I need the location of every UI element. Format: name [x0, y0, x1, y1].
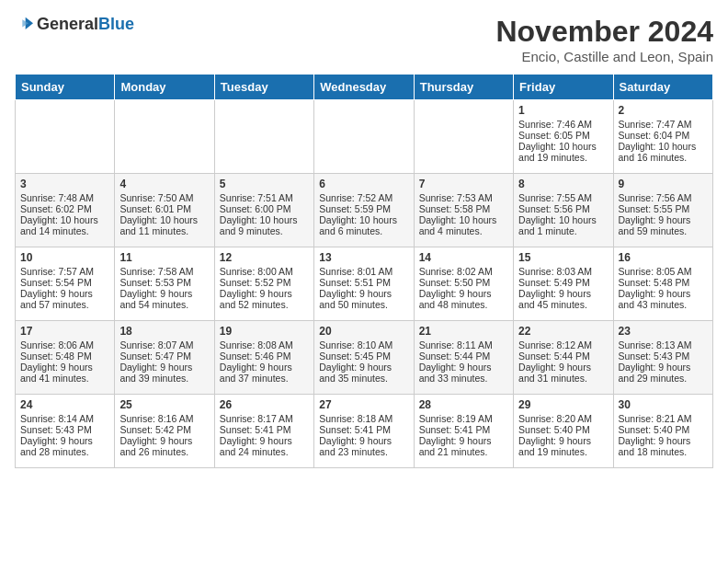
day-info: Sunset: 5:44 PM [518, 350, 608, 362]
day-info: Daylight: 9 hours and 31 minutes. [518, 362, 608, 384]
calendar-cell: 8Sunrise: 7:55 AMSunset: 5:56 PMDaylight… [514, 174, 613, 247]
calendar-cell: 21Sunrise: 8:11 AMSunset: 5:44 PMDayligh… [414, 321, 513, 395]
day-info: Daylight: 9 hours and 37 minutes. [220, 362, 309, 384]
day-info: Sunset: 6:02 PM [20, 203, 109, 214]
calendar-cell: 22Sunrise: 8:12 AMSunset: 5:44 PMDayligh… [514, 321, 613, 395]
day-number: 10 [20, 251, 109, 264]
day-info: Sunset: 5:41 PM [419, 424, 508, 435]
calendar-cell: 17Sunrise: 8:06 AMSunset: 5:48 PMDayligh… [16, 321, 115, 395]
day-info: Sunset: 5:45 PM [319, 350, 408, 362]
day-number: 24 [20, 398, 109, 411]
day-info: Daylight: 9 hours and 52 minutes. [220, 288, 309, 310]
day-info: Sunset: 5:46 PM [220, 350, 309, 362]
day-info: Sunset: 6:00 PM [220, 203, 309, 214]
calendar-cell: 1Sunrise: 7:46 AMSunset: 6:05 PMDaylight… [514, 100, 613, 174]
day-info: Sunrise: 8:00 AM [220, 266, 309, 277]
day-info: Sunset: 5:54 PM [20, 277, 109, 288]
day-number: 14 [419, 251, 508, 264]
calendar-cell: 25Sunrise: 8:16 AMSunset: 5:42 PMDayligh… [115, 395, 214, 468]
day-info: Daylight: 9 hours and 19 minutes. [518, 435, 608, 457]
day-number: 29 [518, 398, 608, 411]
day-info: Sunrise: 7:57 AM [20, 266, 109, 277]
weekday-header: Sunday [16, 75, 115, 100]
calendar-cell: 9Sunrise: 7:56 AMSunset: 5:55 PMDaylight… [613, 174, 712, 247]
day-info: Sunset: 5:50 PM [419, 277, 508, 288]
day-info: Daylight: 10 hours and 14 minutes. [20, 214, 109, 236]
day-info: Daylight: 9 hours and 26 minutes. [119, 435, 209, 457]
logo-blue: Blue [98, 15, 134, 33]
day-number: 2 [619, 104, 708, 117]
day-info: Sunrise: 8:17 AM [220, 413, 309, 424]
calendar-cell: 28Sunrise: 8:19 AMSunset: 5:41 PMDayligh… [414, 395, 513, 468]
day-info: Daylight: 9 hours and 54 minutes. [119, 288, 209, 310]
calendar-table: SundayMondayTuesdayWednesdayThursdayFrid… [15, 74, 713, 468]
day-number: 1 [518, 104, 608, 117]
day-info: Sunrise: 8:19 AM [419, 413, 508, 424]
logo: GeneralBlue [15, 15, 134, 34]
calendar-cell: 29Sunrise: 8:20 AMSunset: 5:40 PMDayligh… [514, 395, 613, 468]
day-info: Daylight: 9 hours and 45 minutes. [518, 288, 608, 310]
day-info: Daylight: 9 hours and 43 minutes. [619, 288, 708, 310]
day-info: Daylight: 9 hours and 35 minutes. [319, 362, 408, 384]
day-info: Sunrise: 8:16 AM [119, 413, 209, 424]
calendar-cell: 20Sunrise: 8:10 AMSunset: 5:45 PMDayligh… [314, 321, 414, 395]
day-info: Daylight: 10 hours and 4 minutes. [419, 214, 508, 236]
calendar-header-row: SundayMondayTuesdayWednesdayThursdayFrid… [16, 75, 713, 100]
day-number: 27 [319, 398, 408, 411]
calendar-cell [314, 100, 414, 174]
day-info: Sunset: 5:52 PM [220, 277, 309, 288]
calendar-cell: 12Sunrise: 8:00 AMSunset: 5:52 PMDayligh… [214, 247, 313, 321]
weekday-header: Friday [514, 75, 613, 100]
calendar-cell: 23Sunrise: 8:13 AMSunset: 5:43 PMDayligh… [613, 321, 712, 395]
day-info: Daylight: 9 hours and 29 minutes. [619, 362, 708, 384]
day-info: Sunset: 5:55 PM [619, 203, 708, 214]
day-info: Daylight: 9 hours and 33 minutes. [419, 362, 508, 384]
calendar-cell [214, 100, 313, 174]
calendar-cell: 10Sunrise: 7:57 AMSunset: 5:54 PMDayligh… [16, 247, 115, 321]
calendar-cell: 2Sunrise: 7:47 AMSunset: 6:04 PMDaylight… [613, 100, 712, 174]
day-number: 28 [419, 398, 508, 411]
day-number: 6 [319, 178, 408, 190]
day-info: Sunset: 5:58 PM [419, 203, 508, 214]
location-title: Encio, Castille and Leon, Spain [495, 49, 713, 64]
calendar-week-row: 17Sunrise: 8:06 AMSunset: 5:48 PMDayligh… [16, 321, 713, 395]
day-info: Sunrise: 8:18 AM [319, 413, 408, 424]
day-info: Sunrise: 7:46 AM [518, 119, 608, 130]
calendar-cell: 6Sunrise: 7:52 AMSunset: 5:59 PMDaylight… [314, 174, 414, 247]
day-info: Sunrise: 8:05 AM [619, 266, 708, 277]
calendar-cell: 3Sunrise: 7:48 AMSunset: 6:02 PMDaylight… [16, 174, 115, 247]
day-info: Sunrise: 7:58 AM [119, 266, 209, 277]
day-info: Sunrise: 8:06 AM [20, 339, 109, 350]
weekday-header: Wednesday [314, 75, 414, 100]
day-info: Sunset: 5:48 PM [20, 350, 109, 362]
day-info: Daylight: 9 hours and 24 minutes. [220, 435, 309, 457]
title-area: November 2024 Encio, Castille and Leon, … [495, 15, 713, 64]
month-title: November 2024 [495, 15, 713, 49]
day-info: Daylight: 10 hours and 9 minutes. [220, 214, 309, 236]
logo-text: GeneralBlue [37, 15, 134, 34]
day-info: Sunset: 5:47 PM [119, 350, 209, 362]
day-number: 13 [319, 251, 408, 264]
calendar-cell: 19Sunrise: 8:08 AMSunset: 5:46 PMDayligh… [214, 321, 313, 395]
day-number: 19 [220, 325, 309, 338]
day-number: 25 [119, 398, 209, 411]
calendar-cell: 13Sunrise: 8:01 AMSunset: 5:51 PMDayligh… [314, 247, 414, 321]
day-info: Sunrise: 7:47 AM [619, 119, 708, 130]
calendar-cell: 26Sunrise: 8:17 AMSunset: 5:41 PMDayligh… [214, 395, 313, 468]
day-number: 23 [619, 325, 708, 338]
day-info: Sunrise: 8:12 AM [518, 339, 608, 350]
day-info: Sunrise: 8:14 AM [20, 413, 109, 424]
day-info: Daylight: 9 hours and 21 minutes. [419, 435, 508, 457]
logo-general: General [37, 15, 98, 33]
day-info: Sunrise: 7:50 AM [119, 192, 209, 203]
day-info: Sunrise: 7:48 AM [20, 192, 109, 203]
day-number: 18 [119, 325, 209, 338]
day-info: Sunset: 5:44 PM [419, 350, 508, 362]
day-info: Sunset: 5:43 PM [619, 350, 708, 362]
day-number: 20 [319, 325, 408, 338]
day-number: 26 [220, 398, 309, 411]
day-info: Sunset: 5:40 PM [518, 424, 608, 435]
day-number: 4 [119, 178, 209, 190]
day-number: 8 [518, 178, 608, 190]
day-number: 3 [20, 178, 109, 190]
